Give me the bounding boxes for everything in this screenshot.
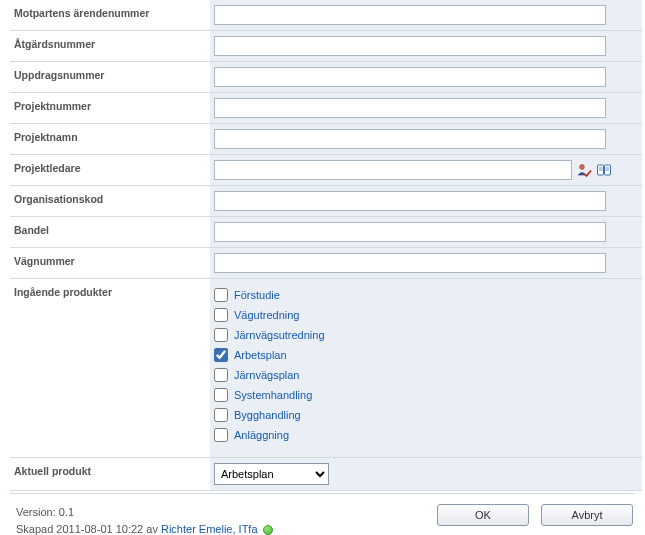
produkt-row: Förstudie	[214, 286, 638, 306]
meta-block: Version: 0.1 Skapad 2011-08-01 10:22 av …	[16, 504, 307, 535]
produkt-checkbox[interactable]	[214, 408, 228, 422]
input-atgard[interactable]	[214, 36, 606, 56]
produkt-row: Vägutredning	[214, 306, 638, 326]
produkt-row: Järnvägsutredning	[214, 326, 638, 346]
label-atgard: Åtgärdsnummer	[10, 31, 210, 62]
input-uppdrag[interactable]	[214, 67, 606, 87]
button-row: OK Avbryt	[437, 504, 633, 526]
cancel-button[interactable]: Avbryt	[541, 504, 633, 526]
input-motpartens[interactable]	[214, 5, 606, 25]
produkt-label: Järnvägsutredning	[234, 329, 325, 341]
produkter-list: FörstudieVägutredningJärnvägsutredningAr…	[214, 284, 638, 452]
label-vagnummer: Vägnummer	[10, 248, 210, 279]
label-projektledare: Projektledare	[10, 155, 210, 186]
svg-point-0	[580, 165, 585, 170]
produkt-checkbox[interactable]	[214, 428, 228, 442]
label-motpartens: Motpartens ärendenummer	[10, 0, 210, 31]
produkt-checkbox[interactable]	[214, 328, 228, 342]
label-aktuell: Aktuell produkt	[10, 458, 210, 491]
presence-dot-icon	[263, 525, 273, 535]
label-produkter: Ingående produkter	[10, 279, 210, 458]
input-projektnamn[interactable]	[214, 129, 606, 149]
produkt-checkbox[interactable]	[214, 368, 228, 382]
created-user-link[interactable]: Richter Emelie, ITfa	[161, 523, 258, 535]
produkt-label: Arbetsplan	[234, 349, 287, 361]
input-bandel[interactable]	[214, 222, 606, 242]
label-bandel: Bandel	[10, 217, 210, 248]
input-organisationskod[interactable]	[214, 191, 606, 211]
produkt-checkbox[interactable]	[214, 308, 228, 322]
input-projektledare[interactable]	[214, 160, 572, 180]
produkt-label: Järnvägsplan	[234, 369, 299, 381]
produkt-checkbox[interactable]	[214, 348, 228, 362]
produkt-row: Järnvägsplan	[214, 366, 638, 386]
label-projektnummer: Projektnummer	[10, 93, 210, 124]
produkt-label: Systemhandling	[234, 389, 312, 401]
produkt-row: Anläggning	[214, 426, 638, 446]
produkt-label: Vägutredning	[234, 309, 299, 321]
produkt-checkbox[interactable]	[214, 288, 228, 302]
label-projektnamn: Projektnamn	[10, 124, 210, 155]
input-vagnummer[interactable]	[214, 253, 606, 273]
label-uppdrag: Uppdragsnummer	[10, 62, 210, 93]
produkt-checkbox[interactable]	[214, 388, 228, 402]
form-table: Motpartens ärendenummer Åtgärdsnummer Up…	[10, 0, 642, 491]
label-organisationskod: Organisationskod	[10, 186, 210, 217]
produkt-label: Förstudie	[234, 289, 280, 301]
select-aktuell-produkt[interactable]: Arbetsplan	[214, 463, 329, 485]
bottom-bar: Version: 0.1 Skapad 2011-08-01 10:22 av …	[0, 494, 645, 535]
produkt-row: Arbetsplan	[214, 346, 638, 366]
produkt-label: Anläggning	[234, 429, 289, 441]
ok-button[interactable]: OK	[437, 504, 529, 526]
produkt-row: Systemhandling	[214, 386, 638, 406]
produkt-row: Bygghandling	[214, 406, 638, 426]
version-text: Version: 0.1	[16, 504, 307, 521]
book-icon[interactable]	[596, 162, 612, 178]
person-check-icon[interactable]	[576, 162, 592, 178]
input-projektnummer[interactable]	[214, 98, 606, 118]
produkt-label: Bygghandling	[234, 409, 301, 421]
created-line: Skapad 2011-08-01 10:22 av Richter Emeli…	[16, 521, 307, 536]
